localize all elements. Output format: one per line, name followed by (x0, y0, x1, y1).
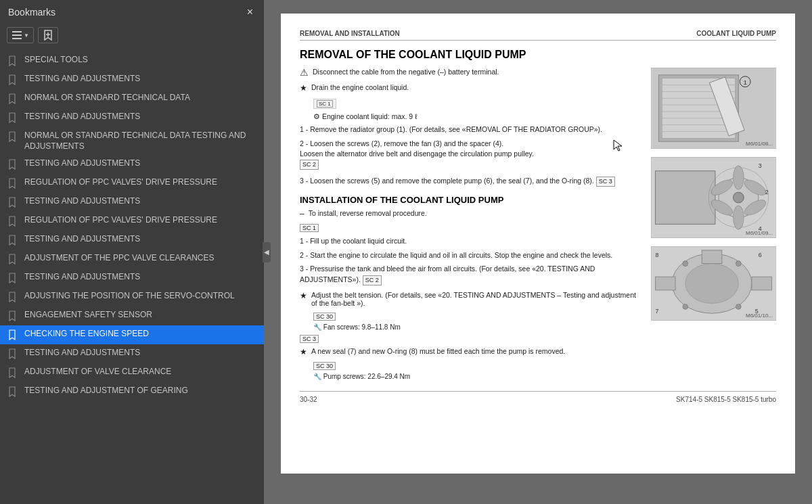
bookmark-item-16[interactable]: TESTING AND ADJUSTMENTS (0, 344, 264, 363)
bookmark-item-2[interactable]: TESTING AND ADJUSTMENTS (0, 70, 264, 89)
section2-title: INSTALLATION OF THE COOLANT LIQUID PUMP (300, 195, 640, 205)
install-step-2-text: 2 - Start the engine to circulate the li… (300, 251, 612, 259)
bookmark-label-15: CHECKING THE ENGINE SPEED (24, 329, 258, 340)
bookmark-add-icon (43, 30, 53, 41)
fan-ref-box: SC 30 (313, 313, 336, 321)
bookmark-icon-10 (8, 235, 19, 246)
bookmark-item-10[interactable]: TESTING AND ADJUSTMENTS (0, 231, 264, 250)
bookmark-icon-14 (8, 311, 19, 321)
install-step-2: 2 - Start the engine to circulate the li… (300, 250, 640, 260)
step-1-text: 1 - Remove the radiator group (1). (For … (300, 125, 602, 133)
list-icon (12, 30, 22, 41)
bookmark-add-button[interactable] (38, 27, 58, 43)
toolbar-row: ▼ (0, 24, 264, 49)
warning-box: ⚠ Disconnect the cable from the negative… (300, 68, 640, 78)
collapse-handle[interactable]: ◀ (263, 242, 271, 262)
bookmark-icon-16 (8, 348, 19, 359)
ref-box-3: SC 3 (596, 177, 615, 187)
bookmark-icon-9 (8, 216, 19, 227)
bullet-item-1: ★ Drain the engine coolant liquid. (300, 83, 640, 93)
bookmark-icon-1 (8, 55, 19, 66)
bookmark-icon-6 (8, 159, 19, 170)
step-1: 1 - Remove the radiator group (1). (For … (300, 124, 640, 135)
svg-text:1: 1 (743, 78, 746, 86)
svg-rect-1 (12, 35, 22, 36)
image-pump-assembly: 8 6 5 7 M6/01/10... (651, 246, 776, 321)
close-button[interactable]: × (244, 5, 256, 19)
bookmark-item-17[interactable]: ADJUSTMENT OF VALVE CLEARANCE (0, 363, 264, 382)
bookmark-item-14[interactable]: ENGAGEMENT SAFETY SENSOR (0, 306, 264, 325)
install-step-3: 3 - Pressurise the tank and bleed the ai… (300, 264, 640, 286)
step-3-text: 3 - Loosen the screws (5) and remove the… (300, 177, 594, 185)
svg-point-30 (734, 192, 744, 203)
bookmark-icon-17 (8, 367, 19, 378)
pdf-page: REMOVAL AND INSTALLATION COOLANT LIQUID … (281, 14, 795, 474)
pdf-header: REMOVAL AND INSTALLATION COOLANT LIQUID … (300, 30, 776, 41)
step-2: 2 - Loosen the screws (2), remove the fa… (300, 139, 640, 171)
bookmark-item-6[interactable]: TESTING AND ADJUSTMENTS (0, 155, 264, 174)
bookmark-item-5[interactable]: NORMAL OR STANDARD TECHNICAL DATA TESTIN… (0, 127, 264, 155)
bookmark-item-3[interactable]: NORMAL OR STANDARD TECHNICAL DATA (0, 89, 264, 108)
bookmark-icon-4 (8, 112, 19, 123)
bookmark-item-12[interactable]: TESTING AND ADJUSTMENTS (0, 269, 264, 288)
left-panel: Bookmarks × ▼ SPECIAL TOOLS TESTING AND … (0, 0, 264, 504)
bookmark-label-8: TESTING AND ADJUSTMENTS (24, 196, 258, 207)
spec-ref-label-1: SC 1 (317, 100, 333, 108)
bookmark-item-18[interactable]: TESTING AND ADJUSTMENT OF GEARING (0, 382, 264, 401)
bookmark-icon-15 (8, 329, 19, 340)
bookmark-item-7[interactable]: REGULATION OF PPC VALVES' DRIVE PRESSURE (0, 174, 264, 193)
install-ref-box-1: SC 1 (300, 224, 319, 232)
bookmark-item-4[interactable]: TESTING AND ADJUSTMENTS (0, 108, 264, 127)
image-radiator: 1 M6/01/08... (651, 68, 776, 149)
bullet-star-1: ★ (300, 83, 307, 93)
bookmark-label-17: ADJUSTMENT OF VALVE CLEARANCE (24, 367, 258, 377)
bookmark-label-5: NORMAL OR STANDARD TECHNICAL DATA TESTIN… (24, 131, 258, 152)
bookmark-item-9[interactable]: REGULATION OF PPC VALVES' DRIVE PRESSURE (0, 212, 264, 231)
bookmark-icon-7 (8, 178, 19, 189)
bookmark-icon-5 (8, 131, 19, 142)
bookmarks-list: SPECIAL TOOLS TESTING AND ADJUSTMENTS NO… (0, 49, 264, 504)
warning-text: Disconnect the cable from the negative (… (313, 68, 499, 76)
spec-text-1: ⚙ Engine coolant liquid: max. 9 ℓ (313, 112, 640, 120)
bookmark-label-18: TESTING AND ADJUSTMENT OF GEARING (24, 386, 258, 396)
svg-rect-38 (752, 277, 771, 290)
wrench-icon: 🔧 (313, 323, 321, 331)
svg-point-41 (736, 261, 741, 267)
bookmark-label-16: TESTING AND ADJUSTMENTS (24, 348, 258, 359)
adjust-star: ★ (300, 291, 307, 300)
spec-block-1: SC 1 ⚙ Engine coolant liquid: max. 9 ℓ (313, 97, 640, 120)
svg-point-40 (683, 261, 688, 267)
spec-ref-1: SC 1 (313, 99, 336, 109)
bookmark-item-13[interactable]: ADJUSTING THE POSITION OF THE SERVO-CONT… (0, 288, 264, 306)
svg-text:8: 8 (656, 252, 659, 258)
pump-screws-text: 🔧 Pump screws: 22.6–29.4 Nm (313, 373, 640, 380)
bookmark-icon-11 (8, 254, 19, 265)
bookmarks-header: Bookmarks × (0, 0, 264, 24)
dropdown-arrow: ▼ (24, 32, 29, 39)
seal-note-text: A new seal (7) and new O-ring (8) must b… (311, 347, 565, 355)
fan-screws-text: 🔧 Fan screws: 9.8–11.8 Nm (313, 323, 640, 331)
bookmark-icon-8 (8, 197, 19, 208)
img1-code: M6/01/08... (746, 141, 773, 147)
bookmark-label-3: NORMAL OR STANDARD TECHNICAL DATA (24, 93, 258, 104)
svg-point-43 (736, 304, 741, 309)
image-fan-assembly: 3 2 4 M6/01/09... (651, 157, 776, 238)
fan-screws-block: SC 30 🔧 Fan screws: 9.8–11.8 Nm (313, 311, 640, 331)
bookmark-label-11: ADJUSTMENT OF THE PPC VALVE CLEARANCES (24, 253, 258, 264)
bullet-dash: – (300, 209, 304, 219)
install-ref-3-block: SC 3 (300, 334, 640, 344)
bookmark-item-15[interactable]: CHECKING THE ENGINE SPEED (0, 325, 264, 344)
right-panel: REMOVAL AND INSTALLATION COOLANT LIQUID … (264, 0, 812, 504)
svg-rect-2 (12, 38, 22, 39)
bookmark-item-1[interactable]: SPECIAL TOOLS (0, 51, 264, 70)
bookmark-item-8[interactable]: TESTING AND ADJUSTMENTS (0, 193, 264, 212)
svg-point-36 (685, 264, 739, 304)
list-view-button[interactable]: ▼ (7, 27, 34, 43)
bookmark-icon-2 (8, 74, 19, 85)
bookmarks-title: Bookmarks (8, 7, 55, 18)
bookmark-label-4: TESTING AND ADJUSTMENTS (24, 112, 258, 122)
bookmark-item-11[interactable]: ADJUSTMENT OF THE PPC VALVE CLEARANCES (0, 250, 264, 269)
svg-rect-21 (655, 171, 715, 225)
pump-screws-block: SC 30 🔧 Pump screws: 22.6–29.4 Nm (313, 361, 640, 380)
pdf-page-number: 30-32 (300, 396, 317, 403)
